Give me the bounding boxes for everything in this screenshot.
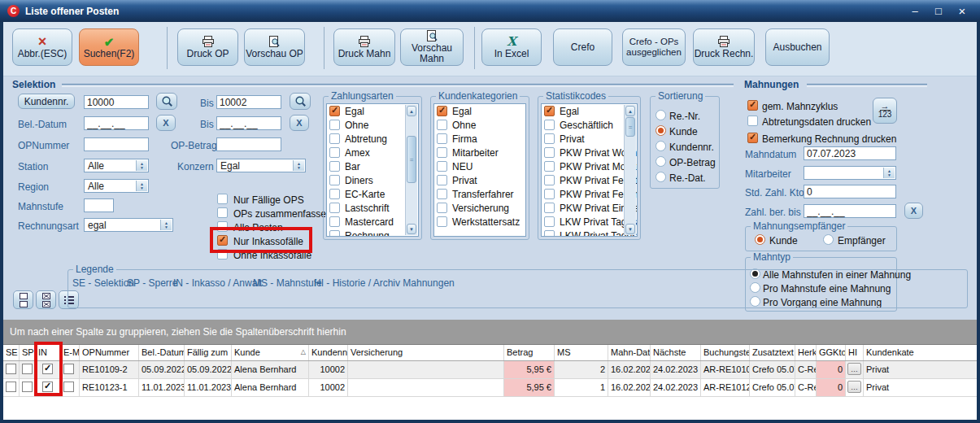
mitarbeiter-combo[interactable]: ▲▼ <box>804 166 896 180</box>
grouping-bar[interactable]: Um nach einer Spalte zu gruppieren, zieh… <box>3 320 977 345</box>
print-mahn-button[interactable]: Druck Mahn <box>333 28 395 66</box>
beldatum-von-clear-button[interactable]: X <box>156 115 176 131</box>
mahnstufe-input[interactable] <box>84 198 114 212</box>
checkbox-icon[interactable] <box>437 175 447 185</box>
list-item[interactable]: PKW Privat Einwe <box>542 201 637 215</box>
checkbox-icon[interactable] <box>544 147 555 158</box>
col-kunde[interactable]: Kunde△ <box>232 345 309 360</box>
bemerkung-checkbox[interactable] <box>747 133 758 143</box>
em-checkbox[interactable] <box>63 364 74 374</box>
scrollbar-thumb[interactable]: = <box>407 136 416 183</box>
hi-button[interactable]: … <box>847 363 861 375</box>
kundennr-bis-search-button[interactable] <box>290 93 311 110</box>
col-zusatztext[interactable]: Zusatztext <box>750 345 795 360</box>
list-item[interactable]: Egal <box>542 104 637 118</box>
col-faelligzum[interactable]: Fällig zum <box>185 345 232 360</box>
checkbox-icon[interactable] <box>437 203 447 213</box>
checkbox-checked-icon[interactable] <box>437 106 447 116</box>
checkbox-icon[interactable] <box>437 216 447 227</box>
col-betrag[interactable]: Betrag <box>504 345 555 360</box>
spinner-icon[interactable]: ▲▼ <box>160 220 172 230</box>
sort-kundennr-radio[interactable] <box>656 141 666 151</box>
crefo-button[interactable]: Crefo <box>553 28 612 66</box>
kundennr-search-button[interactable] <box>156 93 177 110</box>
numbering-button[interactable]: →123 <box>873 98 897 124</box>
table-row[interactable]: RE10109-2 05.09.2022 05.09.2022 Alena Be… <box>3 361 977 379</box>
col-naechste[interactable]: Nächste <box>651 345 701 360</box>
col-herk[interactable]: Herk. <box>795 345 817 360</box>
kundennr-bis-input[interactable] <box>216 95 281 109</box>
spinner-icon[interactable]: ▲▼ <box>136 160 147 171</box>
checkbox-icon[interactable] <box>544 216 555 227</box>
checkbox-icon[interactable] <box>544 203 555 213</box>
checkbox-icon[interactable] <box>437 147 447 158</box>
sort-opbetrag-radio[interactable] <box>656 156 666 167</box>
kundennr-von-input[interactable] <box>84 95 149 109</box>
checkbox-icon[interactable] <box>437 120 447 130</box>
beldatum-von-input[interactable] <box>84 116 149 130</box>
sp-checkbox[interactable] <box>22 382 33 392</box>
scrollbar[interactable]: ▲ = ▼ <box>405 105 417 235</box>
maximize-button[interactable]: □ <box>929 3 948 18</box>
spinner-icon[interactable]: ▲▼ <box>136 181 147 191</box>
preview-op-button[interactable]: Vorschau OP <box>244 28 305 66</box>
list-item[interactable]: PKW Privat Monat <box>542 159 637 173</box>
list-item[interactable]: Transferfahrer <box>434 187 525 201</box>
checkbox-icon[interactable] <box>329 230 340 237</box>
col-versicherung[interactable]: Versicherung <box>348 345 504 360</box>
list-item[interactable]: Ohne <box>434 118 525 132</box>
ausbuchen-button[interactable]: Ausbuchen <box>765 28 830 66</box>
checkbox-icon[interactable] <box>544 175 555 185</box>
check-all-button[interactable] <box>36 290 56 309</box>
em-checkbox[interactable] <box>63 382 74 392</box>
checkbox-icon[interactable] <box>329 133 340 144</box>
spinner-icon[interactable]: ▲▼ <box>883 168 895 178</box>
list-item[interactable]: PKW Privat Ferienl <box>542 187 637 201</box>
se-checkbox[interactable] <box>6 382 16 392</box>
uncheck-all-button[interactable] <box>13 290 33 309</box>
scroll-down-icon[interactable]: ▼ <box>407 224 416 234</box>
checkbox-icon[interactable] <box>544 230 555 237</box>
opnummer-input[interactable] <box>84 137 149 151</box>
ops-zusammenfassen-checkbox[interactable] <box>217 207 228 218</box>
zahlberbis-clear-button[interactable]: X <box>904 203 923 219</box>
station-combo[interactable]: Alle ▲▼ <box>84 159 149 172</box>
crefo-ops-button[interactable]: Crefo - OPs ausgeglichen <box>622 28 686 66</box>
checkbox-icon[interactable] <box>329 120 340 130</box>
list-item[interactable]: Geschäftlich <box>542 118 637 132</box>
scroll-down-icon[interactable]: ▼ <box>625 224 635 234</box>
checkbox-checked-icon[interactable] <box>329 106 340 116</box>
col-mahndat[interactable]: Mahn-Dat. <box>608 345 651 360</box>
col-sp[interactable]: SP <box>20 345 36 360</box>
col-kundenkategorie[interactable]: Kundenkate <box>864 345 977 360</box>
checkbox-icon[interactable] <box>437 133 447 144</box>
excel-button[interactable]: X In Excel <box>481 28 542 66</box>
minimize-button[interactable]: – <box>905 3 925 18</box>
sort-kunde-radio[interactable] <box>656 125 666 136</box>
mahndatum-input[interactable] <box>804 146 896 160</box>
zahlberbis-input[interactable] <box>804 204 896 218</box>
abort-button[interactable]: × Abbr.(ESC) <box>12 28 72 66</box>
col-buchungstext[interactable]: Buchungstext <box>701 345 750 360</box>
print-rechn-button[interactable]: Druck Rechn. <box>693 28 755 66</box>
nur-faellige-ops-checkbox[interactable] <box>217 194 228 204</box>
checkbox-icon[interactable] <box>544 161 555 172</box>
list-item[interactable]: Egal <box>434 104 525 118</box>
list-item[interactable]: Firma <box>434 132 525 146</box>
stdzahlkto-input[interactable] <box>804 185 896 198</box>
checkbox-icon[interactable] <box>437 161 447 172</box>
checkbox-icon[interactable] <box>544 133 555 144</box>
gem-mahnzyklus-checkbox[interactable] <box>747 100 758 111</box>
opbetrag-input[interactable] <box>216 137 281 151</box>
sort-renr-radio[interactable] <box>656 110 666 120</box>
checkbox-icon[interactable] <box>329 216 340 227</box>
col-em[interactable]: E-M <box>61 345 80 360</box>
abtretungsdaten-checkbox[interactable] <box>747 116 758 126</box>
checkbox-icon[interactable] <box>544 120 555 130</box>
rechnungsart-combo[interactable]: egal ▲▼ <box>84 218 173 232</box>
col-se[interactable]: SE <box>3 345 20 360</box>
beldatum-bis-input[interactable] <box>216 116 281 130</box>
list-item[interactable]: Werkstattersatz <box>434 215 525 229</box>
hi-button[interactable]: … <box>847 381 861 393</box>
list-item[interactable]: PKW Privat Woch <box>542 146 637 159</box>
